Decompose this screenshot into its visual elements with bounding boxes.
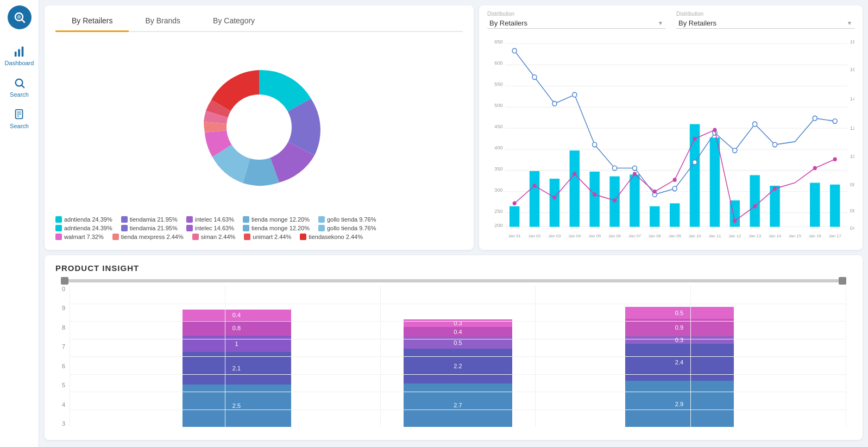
y-axis: 0 9 8 7 6 5 4 3 xyxy=(61,286,70,427)
bar-jan13 xyxy=(750,175,759,226)
slider-handle-right[interactable] xyxy=(839,277,846,285)
document-icon xyxy=(14,109,26,121)
dist2-select[interactable]: By Retailers ▼ xyxy=(676,18,854,29)
legend-color-tiendamonge-1 xyxy=(243,216,249,223)
svg-text:Jan 13: Jan 13 xyxy=(749,234,762,238)
search-icon xyxy=(14,77,26,89)
dist2-label: Distribution xyxy=(676,11,854,17)
left-panel: By Retailers By Brands By Category xyxy=(45,5,474,250)
sidebar-item-dashboard[interactable]: Dashboard xyxy=(0,40,39,72)
svg-text:Jan 14: Jan 14 xyxy=(769,234,782,238)
dot-jan04-line1 xyxy=(573,92,577,97)
svg-text:12:00: 12:00 xyxy=(850,125,854,131)
logo-icon xyxy=(13,11,26,24)
bar2-seg3: 0.5 xyxy=(404,337,512,349)
tab-bar: By Retailers By Brands By Category xyxy=(55,11,463,32)
legend-adntienda-2: adntienda 24.39% xyxy=(55,225,112,231)
grid-line-1 xyxy=(70,286,70,427)
svg-text:650: 650 xyxy=(494,39,502,45)
slider-handle-left[interactable] xyxy=(61,277,68,285)
y-label-5: 5 xyxy=(61,382,65,388)
bar3-seg1: 0.5 xyxy=(625,307,734,319)
dist1-label: Distribution xyxy=(487,11,665,17)
legend-color-tiendamia-2 xyxy=(121,225,128,231)
tab-by-retailers[interactable]: By Retailers xyxy=(55,11,129,32)
dot-jan05-line1 xyxy=(593,142,597,147)
sidebar-search2-label: Search xyxy=(10,123,29,129)
dot-jan01-line1 xyxy=(512,48,517,53)
range-slider[interactable] xyxy=(61,279,846,282)
bar3-seg2: 0.9 xyxy=(625,319,734,336)
bar1-seg3: 1 xyxy=(183,336,291,352)
chart-container: 650 600 550 500 450 400 350 300 250 200 … xyxy=(487,33,854,244)
svg-text:06:00: 06:00 xyxy=(850,207,854,213)
dist1-select[interactable]: By Retailers ▼ xyxy=(487,18,665,29)
tab-by-category[interactable]: By Category xyxy=(197,11,271,32)
y-label-3: 3 xyxy=(61,420,65,427)
legend-label-unimart: unimart 2.44% xyxy=(253,234,291,240)
svg-text:16:00: 16:00 xyxy=(850,66,854,72)
bar-group-2: 0.3 0.4 0.5 2.2 2.7 xyxy=(404,286,512,427)
donut-area xyxy=(55,37,463,216)
app-logo xyxy=(8,5,32,29)
svg-text:Jan 04: Jan 04 xyxy=(568,234,581,238)
legend-color-gollotienda-1 xyxy=(318,216,325,223)
legend-color-unimart xyxy=(244,234,250,240)
bar-jan11 xyxy=(710,137,720,226)
bar-jan07 xyxy=(630,174,639,226)
legend-intelec-1: intelec 14.63% xyxy=(186,216,234,223)
legend-row-2: adntienda 24.39% tiendamia 21.95% intele… xyxy=(55,225,463,231)
svg-text:600: 600 xyxy=(494,60,502,66)
y-label-7: 7 xyxy=(61,343,65,350)
dist1-value: By Retailers xyxy=(489,19,527,27)
dot-jan01-line2 xyxy=(513,202,517,206)
main-content: By Retailers By Brands By Category xyxy=(39,0,868,447)
legend-label-adntienda-2: adntienda 24.39% xyxy=(64,225,112,231)
dot-jan04-line2 xyxy=(573,172,576,177)
bar3-seg3: 0.3 xyxy=(625,336,734,344)
sidebar-item-search1[interactable]: Search xyxy=(0,72,39,103)
range-slider-fill xyxy=(61,279,846,282)
bar2-seg5: 2.7 xyxy=(404,383,512,427)
legend-tiendamia-1: tiendamia 21.95% xyxy=(121,216,178,223)
bar3-seg5: 2.9 xyxy=(625,381,734,427)
dot-jan03-line1 xyxy=(552,101,557,106)
legend-siman: siman 2.44% xyxy=(192,234,236,240)
legend-color-intelec-2 xyxy=(186,225,193,231)
legend-label-intelec-1: intelec 14.63% xyxy=(195,216,234,223)
legend-tiendasekono: tiendasekono 2.44% xyxy=(300,234,363,240)
dot-jan02-line2 xyxy=(532,184,536,188)
svg-text:250: 250 xyxy=(494,207,502,213)
tab-by-brands[interactable]: By Brands xyxy=(129,11,197,32)
line-chart-1 xyxy=(514,51,835,194)
svg-text:450: 450 xyxy=(494,123,502,129)
svg-text:10:00: 10:00 xyxy=(850,153,854,159)
legend-tiendamonge-2: tienda monge 12.20% xyxy=(243,225,310,231)
bar2-seg2: 0.4 xyxy=(404,327,512,337)
svg-line-7 xyxy=(21,85,24,88)
y-label-0: 0 xyxy=(61,286,65,292)
legend-label-tiendamonge-2: tienda monge 12.20% xyxy=(251,225,310,231)
legend-color-tiendamonge-2 xyxy=(243,225,249,231)
dist-select-2: Distribution By Retailers ▼ xyxy=(676,11,854,29)
legend-area: adntienda 24.39% tiendamia 21.95% intele… xyxy=(55,216,463,244)
bar-jan04 xyxy=(570,150,580,226)
dot-jan16-line2 xyxy=(813,166,817,171)
bar1-seg5: 2.5 xyxy=(183,385,291,427)
dot-jan16-line1 xyxy=(813,116,817,121)
sidebar-item-search2[interactable]: Search xyxy=(0,103,39,135)
dist2-value: By Retailers xyxy=(678,19,716,27)
svg-text:Jan 01: Jan 01 xyxy=(508,234,521,238)
svg-text:Jan 17: Jan 17 xyxy=(829,234,841,238)
right-panel: Distribution By Retailers ▼ Distribution… xyxy=(479,5,863,250)
svg-text:Jan 11: Jan 11 xyxy=(708,234,721,238)
dot-jan09-line1 xyxy=(672,186,677,191)
product-insight-title: PRODUCT INSIGHT xyxy=(55,263,852,273)
range-slider-wrap xyxy=(55,279,852,282)
legend-label-gollotienda-1: gollo tienda 9.76% xyxy=(327,216,376,223)
bottom-panel: PRODUCT INSIGHT 0 9 8 7 6 5 4 3 xyxy=(45,255,863,440)
legend-label-tiendasekono: tiendasekono 2.44% xyxy=(309,234,363,240)
svg-rect-4 xyxy=(18,49,20,56)
svg-text:14:00: 14:00 xyxy=(850,96,854,102)
donut-hole xyxy=(227,95,292,160)
